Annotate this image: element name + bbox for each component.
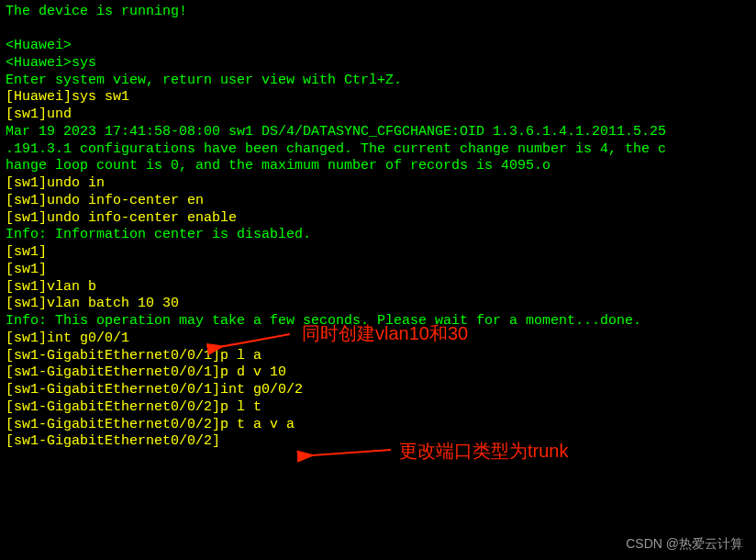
terminal-line: [sw1]undo info-center en: [6, 193, 750, 210]
terminal-line: .191.3.1 configurations have been change…: [6, 141, 750, 159]
terminal-line: [sw1]und: [6, 106, 750, 124]
terminal-line: hange loop count is 0, and the maximum n…: [6, 158, 750, 175]
terminal-line: [sw1]vlan b: [6, 279, 750, 297]
terminal-line: The device is running!: [6, 4, 750, 21]
terminal-line: Info: Information center is disabled.: [6, 227, 750, 244]
terminal-line: Mar 19 2023 17:41:58-08:00 sw1 DS/4/DATA…: [6, 124, 750, 141]
terminal-line: [sw1]: [6, 244, 750, 262]
terminal-line: [sw1-GigabitEthernet0/0/2]p t a v a: [6, 417, 750, 434]
terminal-line: [6, 21, 750, 38]
terminal-line: [Huawei]sys sw1: [6, 89, 750, 106]
terminal-line: [sw1-GigabitEthernet0/0/1]p l a: [6, 348, 750, 365]
terminal-line: [sw1-GigabitEthernet0/0/1]int g0/0/2: [6, 382, 750, 399]
terminal-line: <Huawei>: [6, 38, 750, 55]
annotation-trunk-type: 更改端口类型为trunk: [399, 439, 568, 464]
terminal-line: [sw1]vlan batch 10 30: [6, 296, 750, 313]
terminal-line: [sw1]undo info-center enable: [6, 210, 750, 228]
terminal-line: [sw1-GigabitEthernet0/0/1]p d v 10: [6, 364, 750, 382]
terminal-output[interactable]: The device is running!<Huawei><Huawei>sy…: [0, 0, 756, 454]
watermark: CSDN @热爱云计算: [626, 536, 743, 553]
terminal-line: <Huawei>sys: [6, 55, 750, 73]
terminal-line: [sw1]: [6, 262, 750, 279]
terminal-line: [sw1]undo in: [6, 175, 750, 193]
terminal-line: [sw1-GigabitEthernet0/0/2]p l t: [6, 399, 750, 417]
terminal-line: Enter system view, return user view with…: [6, 73, 750, 90]
terminal-line: [sw1-GigabitEthernet0/0/2]: [6, 433, 750, 451]
annotation-vlan-create: 同时创建vlan10和30: [302, 321, 468, 346]
